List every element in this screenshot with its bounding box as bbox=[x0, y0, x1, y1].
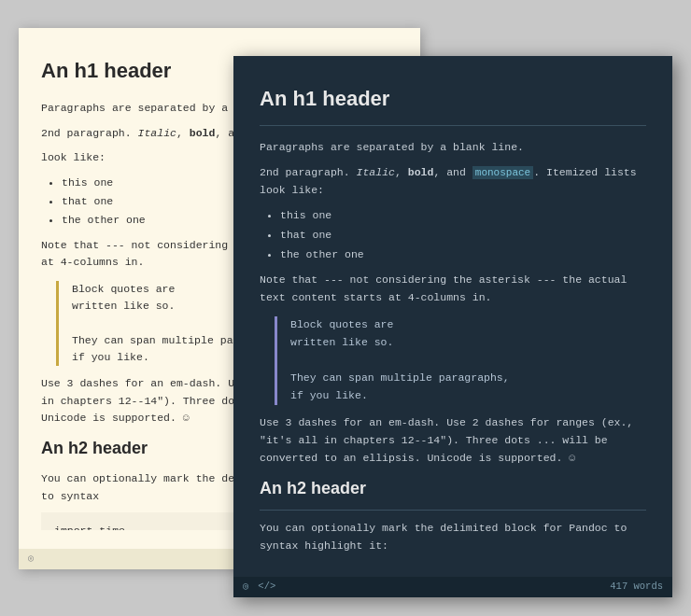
dark-para3: Use 3 dashes for an em-dash. Use 2 dashe… bbox=[260, 414, 646, 468]
blockquote-line bbox=[290, 352, 646, 370]
list-item: the other one bbox=[280, 246, 646, 264]
dark-word-count: 417 words bbox=[610, 579, 663, 595]
dark-status-tag: </> bbox=[258, 579, 275, 595]
blockquote-line: written like so. bbox=[290, 334, 646, 352]
list-item: this one bbox=[280, 207, 646, 225]
dark-h2-heading: An h2 header bbox=[260, 475, 646, 511]
dark-para1: Paragraphs are separated by a blank line… bbox=[260, 139, 646, 157]
dark-panel: An h1 header Paragraphs are separated by… bbox=[233, 56, 672, 597]
light-status-icon: ◎ bbox=[28, 552, 34, 567]
dark-mono-inline: monospace bbox=[472, 166, 533, 179]
dark-blockquote: Block quotes are written like so. They c… bbox=[275, 316, 646, 405]
blockquote-line: Block quotes are bbox=[290, 316, 646, 334]
dark-status-icon: ◎ bbox=[243, 579, 248, 595]
dark-list: this one that one the other one bbox=[280, 207, 646, 264]
dark-para4: You can optionally mark the delimited bl… bbox=[260, 520, 646, 555]
list-item: that one bbox=[280, 227, 646, 245]
blockquote-line: They can span multiple paragraphs, bbox=[290, 370, 646, 387]
dark-para2: 2nd paragraph. Italic, bold, and monospa… bbox=[260, 164, 646, 200]
blockquote-line: if you like. bbox=[290, 387, 646, 405]
dark-note: Note that --- not considering the asteri… bbox=[260, 272, 646, 307]
scene: An h1 header Paragraphs are separated by… bbox=[19, 19, 672, 597]
dark-h1-heading: An h1 header bbox=[260, 82, 646, 126]
dark-status-bar: ◎ </> 417 words bbox=[233, 577, 672, 597]
